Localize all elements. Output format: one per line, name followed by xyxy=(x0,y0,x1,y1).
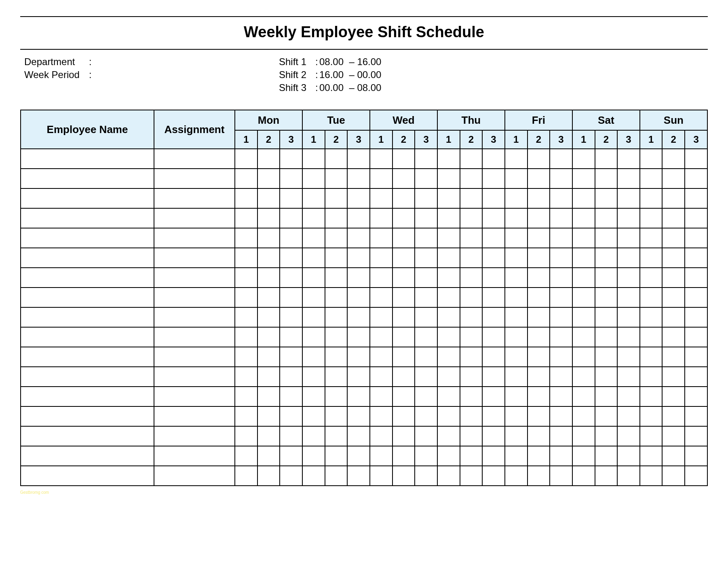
cell-shift[interactable] xyxy=(460,446,483,466)
cell-employee-name[interactable] xyxy=(21,367,154,387)
cell-shift[interactable] xyxy=(550,426,572,446)
cell-shift[interactable] xyxy=(392,149,415,169)
cell-shift[interactable] xyxy=(595,228,618,248)
cell-shift[interactable] xyxy=(662,387,685,406)
cell-shift[interactable] xyxy=(572,268,595,288)
cell-shift[interactable] xyxy=(235,228,257,248)
cell-shift[interactable] xyxy=(370,208,392,228)
cell-shift[interactable] xyxy=(685,228,707,248)
cell-shift[interactable] xyxy=(302,446,325,466)
cell-shift[interactable] xyxy=(505,347,528,367)
cell-employee-name[interactable] xyxy=(21,228,154,248)
cell-shift[interactable] xyxy=(392,406,415,426)
cell-shift[interactable] xyxy=(505,169,528,188)
cell-shift[interactable] xyxy=(595,149,618,169)
cell-shift[interactable] xyxy=(257,367,280,387)
cell-shift[interactable] xyxy=(347,387,370,406)
cell-shift[interactable] xyxy=(482,466,505,486)
cell-shift[interactable] xyxy=(460,327,483,347)
cell-shift[interactable] xyxy=(528,466,550,486)
cell-shift[interactable] xyxy=(370,446,392,466)
cell-shift[interactable] xyxy=(437,208,460,228)
cell-shift[interactable] xyxy=(528,367,550,387)
cell-assignment[interactable] xyxy=(154,228,235,248)
cell-shift[interactable] xyxy=(482,188,505,208)
cell-shift[interactable] xyxy=(482,426,505,446)
cell-shift[interactable] xyxy=(550,446,572,466)
cell-shift[interactable] xyxy=(460,228,483,248)
cell-shift[interactable] xyxy=(460,149,483,169)
cell-shift[interactable] xyxy=(392,188,415,208)
cell-shift[interactable] xyxy=(528,169,550,188)
cell-shift[interactable] xyxy=(572,307,595,327)
cell-shift[interactable] xyxy=(505,426,528,446)
cell-shift[interactable] xyxy=(325,446,348,466)
cell-shift[interactable] xyxy=(415,367,437,387)
cell-shift[interactable] xyxy=(685,466,707,486)
cell-assignment[interactable] xyxy=(154,406,235,426)
cell-shift[interactable] xyxy=(392,446,415,466)
cell-shift[interactable] xyxy=(482,248,505,268)
cell-shift[interactable] xyxy=(685,208,707,228)
cell-assignment[interactable] xyxy=(154,347,235,367)
cell-assignment[interactable] xyxy=(154,466,235,486)
cell-shift[interactable] xyxy=(482,149,505,169)
cell-shift[interactable] xyxy=(640,248,663,268)
cell-shift[interactable] xyxy=(528,208,550,228)
cell-shift[interactable] xyxy=(505,327,528,347)
cell-shift[interactable] xyxy=(370,188,392,208)
cell-shift[interactable] xyxy=(617,288,640,307)
cell-shift[interactable] xyxy=(415,169,437,188)
cell-shift[interactable] xyxy=(662,307,685,327)
cell-employee-name[interactable] xyxy=(21,446,154,466)
cell-shift[interactable] xyxy=(280,228,302,248)
cell-shift[interactable] xyxy=(235,466,257,486)
cell-shift[interactable] xyxy=(347,307,370,327)
cell-shift[interactable] xyxy=(528,446,550,466)
cell-shift[interactable] xyxy=(460,406,483,426)
cell-shift[interactable] xyxy=(437,149,460,169)
cell-shift[interactable] xyxy=(528,268,550,288)
cell-shift[interactable] xyxy=(662,406,685,426)
cell-shift[interactable] xyxy=(437,228,460,248)
cell-shift[interactable] xyxy=(280,327,302,347)
cell-shift[interactable] xyxy=(685,387,707,406)
cell-shift[interactable] xyxy=(257,307,280,327)
cell-shift[interactable] xyxy=(437,268,460,288)
cell-shift[interactable] xyxy=(257,248,280,268)
cell-shift[interactable] xyxy=(325,466,348,486)
cell-shift[interactable] xyxy=(302,466,325,486)
cell-shift[interactable] xyxy=(437,248,460,268)
cell-shift[interactable] xyxy=(280,188,302,208)
cell-shift[interactable] xyxy=(280,288,302,307)
cell-shift[interactable] xyxy=(235,347,257,367)
cell-shift[interactable] xyxy=(257,288,280,307)
cell-shift[interactable] xyxy=(392,466,415,486)
cell-shift[interactable] xyxy=(280,367,302,387)
cell-shift[interactable] xyxy=(662,327,685,347)
cell-shift[interactable] xyxy=(257,327,280,347)
cell-shift[interactable] xyxy=(302,327,325,347)
cell-shift[interactable] xyxy=(415,387,437,406)
cell-shift[interactable] xyxy=(347,406,370,426)
cell-shift[interactable] xyxy=(685,426,707,446)
cell-shift[interactable] xyxy=(302,169,325,188)
cell-shift[interactable] xyxy=(235,208,257,228)
cell-shift[interactable] xyxy=(370,347,392,367)
cell-shift[interactable] xyxy=(257,387,280,406)
cell-shift[interactable] xyxy=(460,347,483,367)
cell-shift[interactable] xyxy=(370,248,392,268)
cell-shift[interactable] xyxy=(347,188,370,208)
cell-shift[interactable] xyxy=(685,347,707,367)
cell-shift[interactable] xyxy=(505,367,528,387)
cell-shift[interactable] xyxy=(662,188,685,208)
cell-shift[interactable] xyxy=(550,347,572,367)
cell-shift[interactable] xyxy=(235,307,257,327)
cell-shift[interactable] xyxy=(437,307,460,327)
cell-shift[interactable] xyxy=(437,288,460,307)
cell-shift[interactable] xyxy=(550,327,572,347)
cell-shift[interactable] xyxy=(640,268,663,288)
cell-shift[interactable] xyxy=(280,169,302,188)
cell-shift[interactable] xyxy=(640,406,663,426)
cell-shift[interactable] xyxy=(640,149,663,169)
